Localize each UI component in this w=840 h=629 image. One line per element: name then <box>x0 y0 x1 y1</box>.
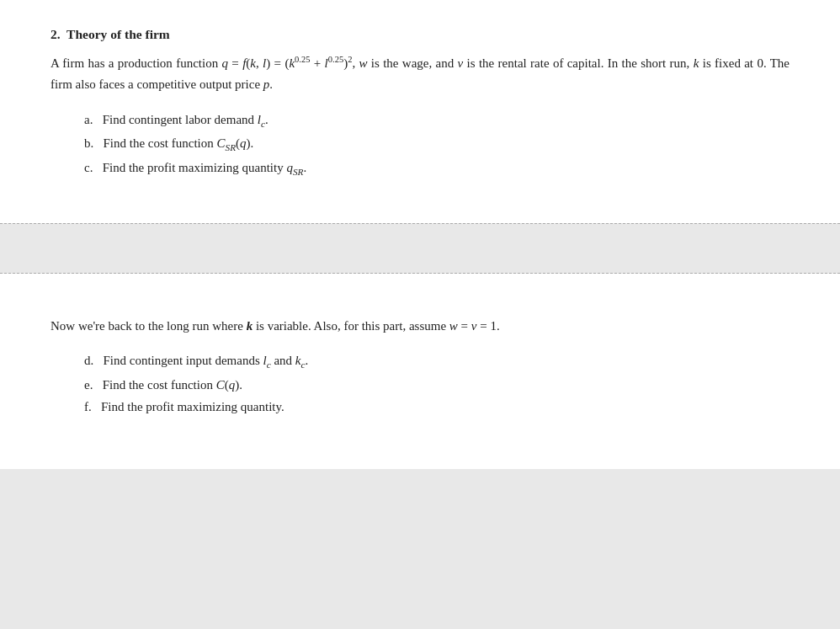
top-section: 2. Theory of the firm A firm has a produ… <box>0 0 840 223</box>
sub-item-a: a. Find contingent labor demand lc. <box>84 109 789 133</box>
sub-item-c: c. Find the profit maximizing quantity q… <box>84 157 789 181</box>
divider-section <box>0 223 840 274</box>
bottom-sub-items-list: d. Find contingent input demands lc and … <box>51 349 789 418</box>
problem-title: 2. Theory of the firm <box>51 27 789 42</box>
sub-item-b: b. Find the cost function CSR(q). <box>84 132 789 157</box>
bottom-intro: Now we're back to the long run where k i… <box>51 316 789 337</box>
sub-item-f: f. Find the profit maximizing quantity. <box>84 396 789 418</box>
sub-item-d: d. Find contingent input demands lc and … <box>84 349 789 374</box>
problem-intro: A firm has a production function q = f(k… <box>51 52 789 95</box>
sub-items-list: a. Find contingent labor demand lc. b. F… <box>51 109 789 181</box>
sub-item-e: e. Find the cost function C(q). <box>84 374 789 396</box>
bottom-section: Now we're back to the long run where k i… <box>0 274 840 469</box>
